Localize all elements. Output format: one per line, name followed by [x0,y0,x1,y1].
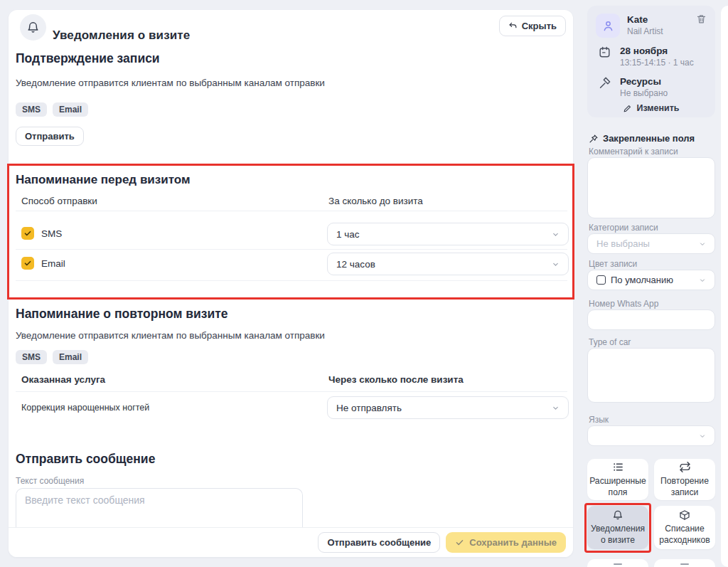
language-select[interactable] [587,425,715,446]
col-header-timing: За сколько до визита [328,196,423,206]
chevron-down-icon [699,433,706,440]
sms-label: SMS [41,228,62,239]
send-confirmation-button[interactable]: Отправить [16,127,84,146]
sidebar: Kate Nail Artist 28 ноября 13:15-14:15 ·… [587,0,715,567]
undo-arrow-icon [508,21,518,31]
tile-partial[interactable] [654,559,715,567]
language-label: Язык [589,415,609,425]
channel-tag-email: Email [53,102,88,117]
whatsapp-label: Номер Whats App [589,299,658,309]
pencil-icon [623,104,632,113]
color-label: Цвет записи [589,259,637,269]
car-type-input[interactable] [587,348,715,403]
sms-timing-select[interactable]: 1 час [327,223,569,245]
person-icon [596,14,620,38]
reminder-before-title: Напоминание перед визитом [16,173,191,187]
tile-partial[interactable] [587,559,648,567]
sms-checkbox[interactable] [21,227,34,240]
tile-consumables[interactable]: Списание расходников [654,506,715,549]
resources-title: Ресурсы [620,75,668,88]
appointment-date: 28 ноября [620,45,694,57]
categories-label: Категории записи [589,223,658,233]
package-icon [679,509,690,521]
reminder-row-email: Email [21,257,65,270]
appointment-card: Kate Nail Artist 28 ноября 13:15-14:15 ·… [587,6,715,117]
tile-extended-fields[interactable]: Расширенные поля [587,459,648,500]
chevron-down-icon [699,277,706,284]
color-select[interactable]: По умолчанию [587,270,715,290]
tile-repeat-booking[interactable]: Повторение записи [654,459,715,500]
divider [16,391,567,392]
hammer-icon [596,75,613,99]
car-type-label: Type of car [589,337,631,347]
service-name: Коррекция нарощенных ногтей [21,403,149,413]
appointment-time: 13:15-14:15 · 1 час [620,58,694,68]
col-header-service: Оказанная услуга [21,374,105,385]
bell-icon [20,14,46,41]
col-header-after: Через сколько после визита [328,374,464,385]
whatsapp-input[interactable] [587,309,715,330]
confirmation-description: Уведомление отправится клиентам по выбра… [16,78,325,88]
page-title: Уведомления о визите [53,28,190,43]
repeat-icon [679,461,691,473]
adjacent-panel-edge [721,6,728,567]
chevron-down-icon [552,230,560,238]
chevron-down-icon [552,260,560,268]
master-name: Kate [627,14,663,26]
check-icon [455,538,464,547]
email-label: Email [41,258,65,269]
reminder-row-sms: SMS [21,227,62,240]
col-header-channel: Способ отправки [21,196,97,206]
hide-button[interactable]: Скрыть [499,16,566,36]
calendar-icon [596,45,613,68]
divider [16,249,567,250]
divider [16,280,567,281]
email-timing-select[interactable]: 12 часов [327,253,569,275]
confirmation-title: Подтверждение записи [16,51,160,66]
comment-input[interactable] [587,157,715,218]
chevron-down-icon [552,404,560,412]
master-role: Nail Artist [627,26,663,37]
channel-tag-sms: SMS [16,102,47,117]
reminder-repeat-title: Напоминание о повторном визите [16,307,228,322]
chevron-down-icon [699,240,706,248]
footer-bar: Отправить сообщение Сохранить данные [9,527,573,557]
send-message-button[interactable]: Отправить сообщение [318,532,440,553]
pin-icon [589,134,599,144]
tile-visit-notifications[interactable]: Уведомления о визите [587,506,648,549]
channel-tag-sms: SMS [16,350,47,364]
edit-appointment-button[interactable]: Изменить [596,103,707,113]
service-timing-select[interactable]: Не отправлять [327,396,569,419]
notifications-panel: Уведомления о визите Скрыть Подтверждени… [9,10,573,557]
list-icon [612,461,624,473]
reminder-repeat-description: Уведомление отправится клиентам по выбра… [16,330,325,341]
bell-icon [612,509,623,521]
color-swatch-icon [596,275,606,285]
comment-label: Комментарий к записи [589,147,678,157]
send-message-title: Отправить сообщение [16,452,155,467]
email-checkbox[interactable] [21,257,34,270]
trash-icon[interactable] [696,14,707,38]
divider [16,211,567,211]
categories-select[interactable]: Не выбраны [587,233,715,254]
pinned-fields-header: Закрепленные поля [589,133,695,144]
message-text-label: Текст сообщения [16,476,84,486]
resources-value: Не выбрано [620,88,668,99]
channel-tag-email: Email [53,350,88,364]
save-button[interactable]: Сохранить данные [446,532,566,553]
